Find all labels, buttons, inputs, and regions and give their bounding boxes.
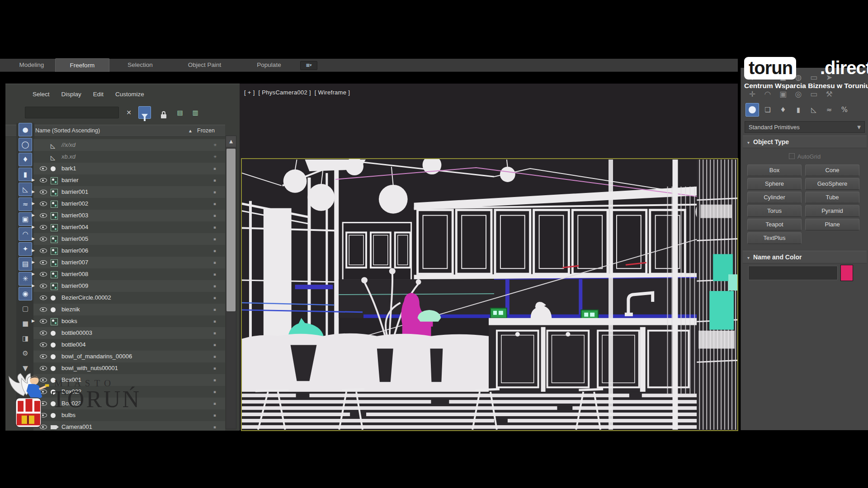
name-column-header[interactable]: Name (Sorted Ascending) [35,125,100,136]
scene-object-row[interactable]: ▶barrier001▪ [33,186,225,198]
filter-containers-icon[interactable]: ▤ [19,257,32,271]
scene-object-row[interactable]: bieznik▪ [33,304,225,315]
filter-groups-icon[interactable]: ▣ [19,212,32,226]
script-tool-icon[interactable]: ◨ [19,332,32,345]
expand-arrow-icon[interactable]: ▶ [32,248,35,253]
object-color-swatch[interactable] [840,265,853,281]
scene-object-row[interactable]: ▶barrier003▪ [33,210,225,221]
frame-tool-icon[interactable]: ▢ [19,302,32,315]
primitive-button-sphere[interactable]: Sphere [747,178,802,190]
eye-visibility-icon[interactable] [40,366,47,371]
primitive-button-box[interactable]: Box [747,164,802,176]
scene-object-row[interactable]: ▶barrier008▪ [33,268,225,280]
primitive-button-cylinder[interactable]: Cylinder [747,192,802,203]
ribbon-tab-freeform[interactable]: Freeform [55,58,109,72]
filter-geometry-icon[interactable]: ● [19,123,32,136]
expand-arrow-icon[interactable]: ▶ [32,319,35,323]
viewport-menu-plus[interactable]: [ + ] [244,89,255,96]
filter-materials-icon[interactable]: ✳ [19,272,32,286]
clear-search-icon[interactable]: ✕ [123,106,135,119]
expand-arrow-icon[interactable]: ▶ [32,283,35,288]
scene-object-row[interactable]: bark1▪ [33,163,225,174]
filter-xrefs-icon[interactable]: ✦ [19,242,32,256]
scene-object-row[interactable]: ◺//x/xd✳ [33,139,225,151]
helpers-category-icon[interactable]: ◺ [807,103,821,117]
viewport-shading-label[interactable]: [ Wireframe ] [315,89,350,96]
scene-object-row[interactable]: ▶barrier▪ [33,174,225,186]
filter-bones-icon[interactable]: ◠ [19,227,32,241]
primitive-button-plane[interactable]: Plane [805,219,859,230]
ribbon-extra-tool[interactable]: ▦▾ [300,61,317,70]
filter-lights-icon[interactable]: ♦ [19,153,32,166]
object-type-rollout[interactable]: ▾Object Type [743,136,867,148]
filter-hidden-icon[interactable]: ◉ [19,287,32,300]
expand-arrow-icon[interactable]: ▶ [32,260,35,264]
scroll-up-icon[interactable]: ▲ [226,136,236,147]
primitive-button-teapot[interactable]: Teapot [747,219,802,230]
lock-icon[interactable] [157,106,170,119]
filter-shapes-icon[interactable]: ◯ [19,138,32,151]
ribbon-tab-selection[interactable]: Selection [115,59,165,71]
expand-arrow-icon[interactable]: ▶ [32,189,35,194]
primitive-button-geosphere[interactable]: GeoSphere [805,178,859,190]
frozen-column-header[interactable]: Frozen [197,125,215,136]
scene-object-row[interactable]: bottle00003▪ [33,327,225,339]
eye-visibility-icon[interactable] [40,354,47,359]
filter-funnel-icon[interactable] [138,106,151,119]
primitive-button-cone[interactable]: Cone [805,164,859,176]
menu-select[interactable]: Select [33,89,50,100]
eye-visibility-icon[interactable] [40,331,47,335]
filter-cameras-icon[interactable]: ▮ [19,168,32,181]
solid-tool-icon[interactable]: ■ [19,317,32,330]
eye-visibility-icon[interactable] [40,202,47,206]
primitive-button-textplus[interactable]: TextPlus [747,232,802,244]
name-color-rollout[interactable]: ▾Name and Color [743,251,867,263]
scene-object-row[interactable]: ▶barrier002▪ [33,198,225,210]
scene-object-row[interactable]: ▶barrier004▪ [33,221,225,233]
eye-visibility-icon[interactable] [40,237,47,241]
scene-object-row[interactable]: bottle004▪ [33,339,225,351]
scene-object-row[interactable]: ▶books▪ [33,315,225,327]
viewport[interactable]: [ + ] [ PhysCamera002 ] [ Wireframe ] [240,84,738,430]
lights-category-icon[interactable]: ♦ [776,103,790,117]
scene-object-row[interactable]: ▶barrier007▪ [33,257,225,268]
scene-object-row[interactable]: ◺xb.xd✳ [33,151,225,163]
expand-arrow-icon[interactable]: ▶ [32,225,35,229]
ribbon-tab-object-paint[interactable]: Object Paint [174,59,235,71]
scene-object-row[interactable]: BezierCircle.00002▪ [33,292,225,304]
ribbon-tab-populate[interactable]: Populate [246,59,292,71]
expand-arrow-icon[interactable]: ▶ [32,213,35,217]
eye-visibility-icon[interactable] [40,272,47,277]
shapes-category-icon[interactable]: ❏ [761,103,774,117]
eye-visibility-icon[interactable] [40,249,47,253]
eye-visibility-icon[interactable] [40,284,47,288]
primitive-button-pyramid[interactable]: Pyramid [805,205,859,217]
menu-display[interactable]: Display [61,89,81,100]
eye-visibility-icon[interactable] [40,225,47,230]
eye-visibility-icon[interactable] [40,307,47,312]
eye-visibility-icon[interactable] [40,213,47,218]
scene-object-row[interactable]: ▶barrier009▪ [33,280,225,292]
viewport-camera-label[interactable]: [ PhysCamera002 ] [258,89,311,96]
eye-visibility-icon[interactable] [40,166,47,171]
menu-customize[interactable]: Customize [115,89,144,100]
column-header-row[interactable]: Name (Sorted Ascending) ▲ Frozen [5,125,225,137]
object-name-field[interactable] [748,266,838,280]
scene-object-row[interactable]: ▶barrier005▪ [33,233,225,245]
expand-arrow-icon[interactable]: ▶ [32,178,35,182]
autogrid-checkbox[interactable]: AutoGrid [741,153,868,160]
eye-visibility-icon[interactable] [40,319,47,324]
primitive-button-torus[interactable]: Torus [747,205,802,217]
filter-helpers-icon[interactable]: ◺ [19,183,32,196]
systems-category-icon[interactable]: % [838,103,851,117]
scene-object-row[interactable]: bowl_of_mandarins_00006▪ [33,351,225,362]
eye-visibility-icon[interactable] [40,296,47,300]
eye-visibility-icon[interactable] [40,190,47,194]
scene-object-row[interactable]: ▶barrier006▪ [33,245,225,257]
cameras-category-icon[interactable]: ▮ [792,103,805,117]
expand-arrow-icon[interactable]: ▶ [32,236,35,241]
expand-arrow-icon[interactable]: ▶ [32,272,35,276]
eye-visibility-icon[interactable] [40,343,47,347]
ribbon-tab-modeling[interactable]: Modeling [11,59,52,71]
eye-visibility-icon[interactable] [40,178,47,183]
